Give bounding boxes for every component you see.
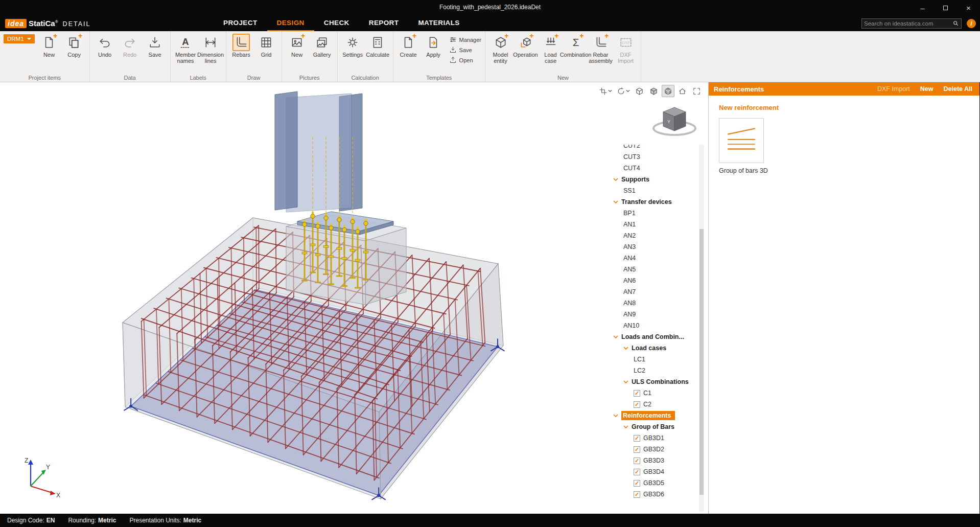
section-tool-button[interactable] bbox=[597, 85, 614, 97]
plus-badge: + bbox=[604, 32, 609, 39]
orbit-tool-button[interactable] bbox=[615, 85, 632, 97]
tab-materials[interactable]: MATERIALS bbox=[408, 15, 469, 31]
tree-item-reinforcements[interactable]: Reinforcements bbox=[612, 410, 696, 421]
ribbon-button-grid[interactable]: Grid bbox=[254, 33, 279, 58]
tree-item-gb3d6[interactable]: ✓GB3D6 bbox=[612, 489, 696, 500]
plus-badge: + bbox=[579, 32, 584, 39]
checkbox[interactable]: ✓ bbox=[634, 457, 640, 464]
chevron-down-icon[interactable] bbox=[623, 425, 628, 429]
tree-item-gb3d4[interactable]: ✓GB3D4 bbox=[612, 466, 696, 477]
tree-item-gb3d5[interactable]: ✓GB3D5 bbox=[612, 477, 696, 489]
chevron-down-icon[interactable] bbox=[623, 347, 628, 350]
tree-item-lc1[interactable]: LC1 bbox=[612, 354, 696, 365]
chevron-down-icon[interactable] bbox=[613, 178, 618, 181]
wireframe-view-button[interactable] bbox=[633, 85, 646, 97]
tab-design[interactable]: DESIGN bbox=[267, 15, 314, 31]
ribbon-button-save[interactable]: Save bbox=[143, 33, 168, 58]
drm-selector[interactable]: DRM1 bbox=[4, 34, 35, 43]
tree-item-transfer-devices[interactable]: Transfer devices bbox=[612, 196, 696, 208]
shaded-view-button[interactable] bbox=[662, 85, 674, 97]
ribbon-button-copy[interactable]: +Copy bbox=[62, 33, 87, 58]
ribbon-button-new[interactable]: +New bbox=[285, 33, 310, 58]
new-button[interactable]: New bbox=[920, 85, 934, 93]
close-button[interactable]: × bbox=[957, 0, 980, 15]
ribbon-button-calculate[interactable]: Calculate bbox=[365, 33, 390, 58]
info-icon[interactable]: i bbox=[967, 19, 976, 28]
tree-item-load-cases[interactable]: Load cases bbox=[612, 342, 696, 354]
tree-item-an5[interactable]: AN5 bbox=[612, 264, 696, 275]
minimize-button[interactable]: – bbox=[911, 0, 934, 15]
checkbox[interactable]: ✓ bbox=[634, 491, 640, 498]
tree-item-group-of-bars[interactable]: Group of Bars bbox=[612, 421, 696, 432]
tree-item-an7[interactable]: AN7 bbox=[612, 286, 696, 297]
search-input[interactable] bbox=[864, 20, 952, 27]
zoom-fit-button[interactable] bbox=[690, 85, 703, 97]
tree-item-cut2[interactable]: CUT2 bbox=[612, 145, 696, 151]
dxf-import-button[interactable]: DXF Import bbox=[877, 85, 910, 93]
tree-item-bp1[interactable]: BP1 bbox=[612, 208, 696, 219]
ribbon-button-settings[interactable]: Settings bbox=[340, 33, 365, 58]
ribbon-button-new[interactable]: +New bbox=[37, 33, 62, 58]
tree-item-an1[interactable]: AN1 bbox=[612, 219, 696, 230]
tree-item-an6[interactable]: AN6 bbox=[612, 275, 696, 286]
tab-check[interactable]: CHECK bbox=[314, 15, 359, 31]
ribbon-button-dimension-lines[interactable]: Dimension lines bbox=[198, 33, 223, 64]
tree-item-an3[interactable]: AN3 bbox=[612, 241, 696, 253]
chevron-down-icon[interactable] bbox=[613, 335, 618, 339]
checkbox[interactable]: ✓ bbox=[634, 480, 640, 487]
checkbox[interactable]: ✓ bbox=[634, 435, 640, 442]
tree-item-an2[interactable]: AN2 bbox=[612, 230, 696, 241]
ribbon-button-templates-save[interactable]: Save bbox=[449, 46, 481, 54]
checkbox[interactable]: ✓ bbox=[634, 401, 640, 408]
checkbox[interactable]: ✓ bbox=[634, 390, 640, 397]
tree-item-ss1[interactable]: SS1 bbox=[612, 185, 696, 196]
tree-item-cut3[interactable]: CUT3 bbox=[612, 151, 696, 163]
default-view-button[interactable] bbox=[676, 85, 689, 97]
chevron-down-icon[interactable] bbox=[623, 380, 628, 384]
ribbon-button-gallery[interactable]: Gallery bbox=[310, 33, 335, 58]
ribbon-button-load-case[interactable]: +Load case bbox=[538, 33, 563, 64]
tree-item-an4[interactable]: AN4 bbox=[612, 253, 696, 264]
search-box[interactable] bbox=[861, 18, 962, 29]
ribbon-button-model-entity[interactable]: +Model entity bbox=[488, 33, 513, 64]
checkbox[interactable]: ✓ bbox=[634, 446, 640, 453]
tree-item-an9[interactable]: AN9 bbox=[612, 309, 696, 320]
search-icon[interactable] bbox=[952, 20, 959, 27]
navigation-cube[interactable]: Y bbox=[649, 98, 700, 142]
tree-item-cut4[interactable]: CUT4 bbox=[612, 163, 696, 174]
ribbon-button-templates-manager[interactable]: Manager bbox=[449, 36, 481, 43]
tree-item-c1[interactable]: ✓C1 bbox=[612, 387, 696, 399]
tree-item-an10[interactable]: AN10 bbox=[612, 320, 696, 331]
tree-item-gb3d2[interactable]: ✓GB3D2 bbox=[612, 444, 696, 455]
solid-view-button[interactable] bbox=[647, 85, 660, 97]
tree-item-an8[interactable]: AN8 bbox=[612, 297, 696, 309]
ribbon-button-combination[interactable]: Σ+Combination bbox=[563, 33, 588, 58]
tree-scrollbar[interactable] bbox=[699, 145, 704, 512]
menubar: idea StatiCa® DETAIL PROJECTDESIGNCHECKR… bbox=[0, 15, 980, 31]
tree-item-gb3d3[interactable]: ✓GB3D3 bbox=[612, 455, 696, 466]
chevron-down-icon[interactable] bbox=[613, 414, 618, 418]
ribbon-button-rebar-assembly[interactable]: +Rebar assembly bbox=[588, 33, 613, 64]
checkbox[interactable]: ✓ bbox=[634, 469, 640, 475]
ribbon-button-undo[interactable]: Undo bbox=[92, 33, 118, 58]
tree-item-c2[interactable]: ✓C2 bbox=[612, 399, 696, 410]
tree-item-supports[interactable]: Supports bbox=[612, 174, 696, 185]
delete-all-button[interactable]: Delete All bbox=[943, 85, 972, 93]
ribbon-button-create[interactable]: +Create bbox=[396, 33, 421, 58]
3d-viewport[interactable]: ZYX Y CUT2CUT3CUT4SupportsSS1Transfer de… bbox=[0, 82, 708, 514]
tree-item-lc2[interactable]: LC2 bbox=[612, 365, 696, 376]
tree-item-gb3d1[interactable]: ✓GB3D1 bbox=[612, 432, 696, 444]
tree-item-loads-and-combin[interactable]: Loads and Combin... bbox=[612, 331, 696, 342]
tree-item-uls-combinations[interactable]: ULS Combinations bbox=[612, 376, 696, 387]
maximize-button[interactable] bbox=[934, 0, 957, 15]
scrollbar-thumb[interactable] bbox=[699, 229, 704, 495]
chevron-down-icon[interactable] bbox=[613, 200, 618, 204]
tab-report[interactable]: REPORT bbox=[359, 15, 409, 31]
ribbon-button-apply[interactable]: Apply bbox=[421, 33, 446, 58]
ribbon-button-operation[interactable]: +Operation bbox=[513, 33, 538, 58]
ribbon-button-rebars[interactable]: Rebars bbox=[229, 33, 254, 58]
group-of-bars-3d-card[interactable] bbox=[719, 118, 764, 163]
ribbon-button-templates-open[interactable]: Open bbox=[449, 56, 481, 64]
ribbon-button-member-names[interactable]: AMember names bbox=[173, 33, 198, 64]
tab-project[interactable]: PROJECT bbox=[214, 15, 267, 31]
